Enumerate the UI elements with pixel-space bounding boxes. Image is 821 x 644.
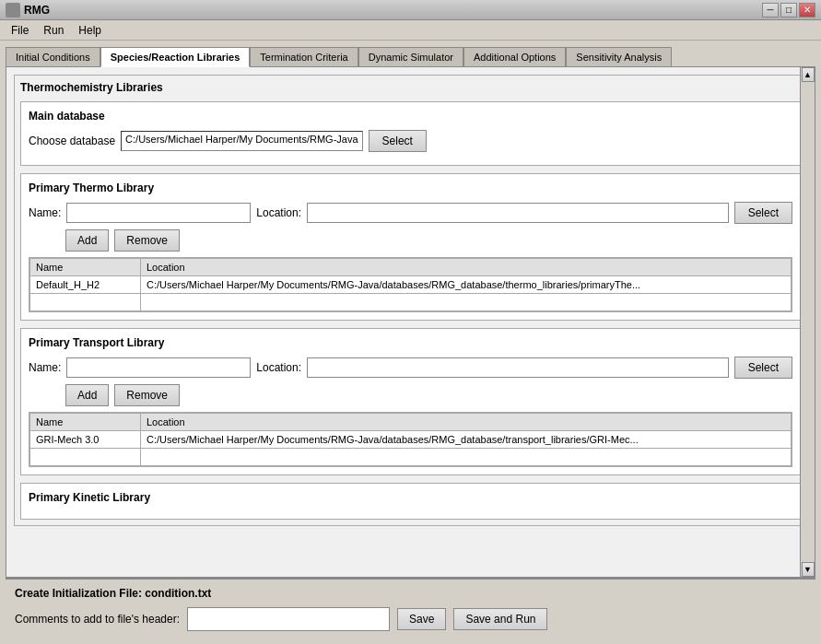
main-window: Initial Conditions Species/Reaction Libr… <box>0 41 821 644</box>
scrollable-content[interactable]: Thermochemistry Libraries Main database … <box>6 67 815 577</box>
thermo-table: Name Location Default_H_H2 C:/Users/Mich… <box>29 258 792 311</box>
table-row[interactable]: Default_H_H2 C:/Users/Michael Harper/My … <box>30 276 792 294</box>
scroll-down-button[interactable]: ▼ <box>802 562 815 577</box>
main-database-subsection: Main database Choose database C:/Users/M… <box>20 101 801 166</box>
scrollbar[interactable]: ▲ ▼ <box>800 67 815 577</box>
thermo-name-row: Name: Location: Select <box>29 202 792 224</box>
thermo-select-button[interactable]: Select <box>734 202 792 224</box>
primary-thermo-title: Primary Thermo Library <box>29 181 792 194</box>
thermo-location-label: Location: <box>256 206 301 219</box>
close-button[interactable]: ✕ <box>799 3 815 18</box>
table-row-empty <box>30 449 792 466</box>
menu-bar: File Run Help <box>0 20 821 41</box>
menu-file[interactable]: File <box>4 22 36 39</box>
primary-transport-subsection: Primary Transport Library Name: Location… <box>20 328 801 475</box>
title-bar: RMG ─ □ ✕ <box>0 0 821 20</box>
content-area: Thermochemistry Libraries Main database … <box>6 66 815 578</box>
save-and-run-button[interactable]: Save and Run <box>453 608 547 630</box>
tab-initial-conditions[interactable]: Initial Conditions <box>6 47 100 67</box>
maximize-button[interactable]: □ <box>780 3 797 18</box>
title-bar-buttons: ─ □ ✕ <box>762 3 815 18</box>
transport-row-name: GRI-Mech 3.0 <box>30 431 141 449</box>
save-button[interactable]: Save <box>397 608 446 630</box>
transport-button-row: Add Remove <box>29 384 792 406</box>
tab-species-reaction-libraries[interactable]: Species/Reaction Libraries <box>100 47 251 67</box>
main-db-select-button[interactable]: Select <box>369 130 427 152</box>
table-row-empty <box>30 294 792 311</box>
comments-input[interactable] <box>187 607 390 631</box>
primary-transport-title: Primary Transport Library <box>29 336 792 349</box>
thermo-col-location: Location <box>141 259 792 276</box>
thermo-row-name: Default_H_H2 <box>30 276 141 294</box>
transport-col-name: Name <box>30 414 141 431</box>
menu-run[interactable]: Run <box>36 22 71 39</box>
primary-kinetic-subsection: Primary Kinetic Library <box>20 483 801 520</box>
thermo-remove-button[interactable]: Remove <box>114 229 180 252</box>
transport-col-location: Location <box>141 414 792 431</box>
thermo-name-input[interactable] <box>66 203 251 223</box>
transport-name-row: Name: Location: Select <box>29 357 792 379</box>
main-database-title: Main database <box>29 110 792 123</box>
thermo-name-label: Name: <box>29 206 61 219</box>
transport-name-label: Name: <box>29 361 61 374</box>
comments-label: Comments to add to file's header: <box>15 613 180 626</box>
tab-dynamic-simulator[interactable]: Dynamic Simulator <box>358 47 463 67</box>
primary-kinetic-title: Primary Kinetic Library <box>29 491 792 504</box>
thermo-button-row: Add Remove <box>29 229 792 252</box>
transport-table: Name Location GRI-Mech 3.0 C:/Users/Mich… <box>29 413 792 466</box>
transport-add-button[interactable]: Add <box>65 384 109 406</box>
minimize-button[interactable]: ─ <box>762 3 779 18</box>
transport-table-wrapper: Name Location GRI-Mech 3.0 C:/Users/Mich… <box>29 412 792 467</box>
menu-help[interactable]: Help <box>71 22 109 39</box>
thermo-add-button[interactable]: Add <box>65 229 109 252</box>
transport-row-location: C:/Users/Michael Harper/My Documents/RMG… <box>141 431 792 449</box>
transport-select-button[interactable]: Select <box>734 357 792 379</box>
thermo-col-name: Name <box>30 259 141 276</box>
thermo-location-input[interactable] <box>307 203 729 223</box>
transport-location-input[interactable] <box>307 357 729 378</box>
transport-location-label: Location: <box>256 361 301 374</box>
tab-additional-options[interactable]: Additional Options <box>463 47 566 67</box>
primary-thermo-subsection: Primary Thermo Library Name: Location: S… <box>20 173 801 321</box>
thermo-row-location: C:/Users/Michael Harper/My Documents/RMG… <box>141 276 792 294</box>
app-icon <box>6 3 20 18</box>
scroll-up-button[interactable]: ▲ <box>802 67 815 82</box>
choose-database-row: Choose database C:/Users/Michael Harper/… <box>29 130 792 152</box>
tab-sensitivity-analysis[interactable]: Sensitivity Analysis <box>566 47 672 67</box>
transport-remove-button[interactable]: Remove <box>114 384 180 406</box>
bottom-bar-title: Create Initialization File: condition.tx… <box>15 587 806 600</box>
tab-bar: Initial Conditions Species/Reaction Libr… <box>6 46 815 66</box>
bottom-form-row: Comments to add to file's header: Save S… <box>15 607 806 631</box>
app-title: RMG <box>24 4 762 17</box>
tab-termination-criteria[interactable]: Termination Criteria <box>250 47 358 67</box>
thermochemistry-section-title: Thermochemistry Libraries <box>20 81 801 94</box>
choose-database-path: C:/Users/Michael Harper/My Documents/RMG… <box>121 131 362 151</box>
choose-database-label: Choose database <box>29 135 115 147</box>
thermo-table-wrapper: Name Location Default_H_H2 C:/Users/Mich… <box>29 257 792 312</box>
table-row[interactable]: GRI-Mech 3.0 C:/Users/Michael Harper/My … <box>30 431 792 449</box>
bottom-bar: Create Initialization File: condition.tx… <box>6 578 815 638</box>
thermochemistry-libraries-section: Thermochemistry Libraries Main database … <box>14 75 807 526</box>
transport-name-input[interactable] <box>66 357 251 378</box>
